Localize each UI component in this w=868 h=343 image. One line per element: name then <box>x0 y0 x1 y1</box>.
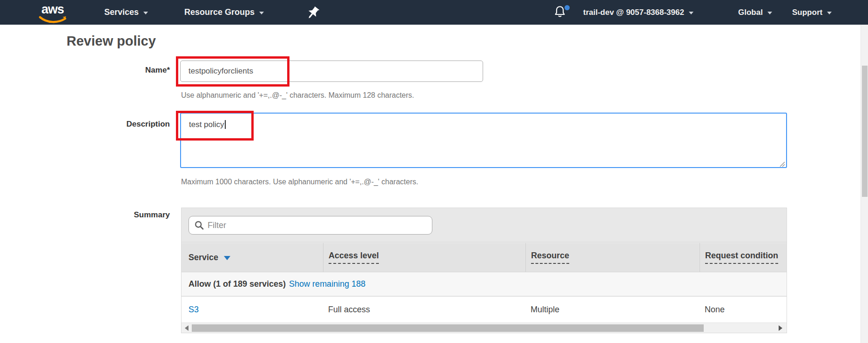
column-header-access-level[interactable]: Access level <box>323 243 525 272</box>
caret-down-icon <box>827 12 832 14</box>
caret-down-icon <box>259 12 264 14</box>
description-text: test policy <box>189 120 224 129</box>
bell-icon[interactable] <box>554 5 570 20</box>
caret-down-icon <box>689 12 693 14</box>
nav-region-menu[interactable]: Global <box>738 0 772 25</box>
resize-handle[interactable] <box>779 160 785 166</box>
scroll-left-arrow-icon[interactable] <box>185 325 188 331</box>
search-icon <box>195 221 204 230</box>
nav-services-label: Services <box>104 7 139 17</box>
nav-support-menu[interactable]: Support <box>792 0 832 25</box>
column-header-request-condition[interactable]: Request condition <box>700 243 787 272</box>
column-header-service[interactable]: Service <box>182 243 323 272</box>
aws-console-page: aws Services Resource Groups <box>0 0 868 343</box>
access-level-header-label: Access level <box>329 251 379 264</box>
page-title: Review policy <box>67 34 156 49</box>
service-header-label: Service <box>188 253 218 262</box>
caret-down-icon <box>767 12 772 14</box>
notification-dot <box>565 5 570 10</box>
text-cursor <box>225 120 226 129</box>
access-level-cell: Full access <box>323 305 525 315</box>
nav-services[interactable]: Services <box>104 0 148 25</box>
policy-name-input[interactable] <box>180 61 483 82</box>
resource-cell: Multiple <box>525 305 700 315</box>
region-label: Global <box>738 8 763 17</box>
scroll-right-arrow-icon[interactable] <box>779 325 782 331</box>
top-navbar: aws Services Resource Groups <box>0 0 868 25</box>
aws-logo[interactable]: aws <box>39 2 68 23</box>
sort-desc-icon <box>224 256 230 260</box>
request-condition-header-label: Request condition <box>705 251 778 264</box>
resource-header-label: Resource <box>531 251 569 264</box>
request-condition-cell: None <box>700 305 787 315</box>
table-header-row: Service Access level Resource Request co… <box>182 242 787 272</box>
pushpin-icon[interactable] <box>303 5 321 20</box>
vertical-scrollbar-thumb[interactable] <box>862 66 868 197</box>
filter-input[interactable] <box>208 221 426 230</box>
policy-summary-panel: Service Access level Resource Request co… <box>181 208 787 333</box>
description-help-text: Maximum 1000 characters. Use alphanumeri… <box>181 178 418 186</box>
description-textarea[interactable]: test policy <box>180 113 787 168</box>
allow-group-label: Allow (1 of 189 services) <box>188 279 286 289</box>
table-row: S3 Full access Multiple None <box>182 296 787 323</box>
nav-resource-groups-label: Resource Groups <box>184 7 255 17</box>
summary-label: Summary <box>47 210 170 220</box>
account-name-label: trail-dev @ 9057-8368-3962 <box>583 8 684 17</box>
column-header-resource[interactable]: Resource <box>525 243 700 272</box>
horizontal-scrollbar-thumb[interactable] <box>192 324 704 332</box>
aws-smile-icon <box>39 16 68 24</box>
horizontal-scrollbar[interactable] <box>182 323 787 333</box>
nav-account-menu[interactable]: trail-dev @ 9057-8368-3962 <box>583 0 693 25</box>
show-remaining-link[interactable]: Show remaining 188 <box>289 279 365 289</box>
support-label: Support <box>792 8 822 17</box>
service-s3-link[interactable]: S3 <box>188 305 199 314</box>
vertical-scrollbar[interactable] <box>861 25 868 343</box>
description-field-label: Description <box>47 120 170 129</box>
filter-toolbar <box>182 208 787 242</box>
name-field-label: Name* <box>47 66 170 75</box>
nav-resource-groups[interactable]: Resource Groups <box>184 0 264 25</box>
name-help-text: Use alphanumeric and '+=,.@-_' character… <box>181 91 414 100</box>
caret-down-icon <box>143 12 148 14</box>
aws-logo-text: aws <box>41 2 64 17</box>
allow-group-row: Allow (1 of 189 services) Show remaining… <box>182 272 787 296</box>
filter-search-box[interactable] <box>188 216 432 235</box>
